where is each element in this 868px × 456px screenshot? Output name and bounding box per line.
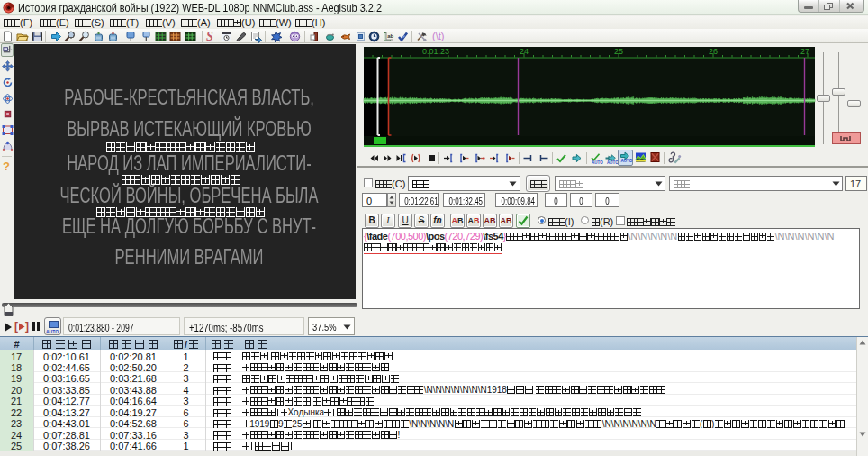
svg-text:AUTO: AUTO (592, 160, 603, 165)
svg-text:25: 25 (614, 47, 623, 56)
svg-text:26: 26 (709, 47, 718, 56)
svg-text:24: 24 (520, 47, 529, 56)
svg-text:27: 27 (800, 47, 809, 56)
svg-text:0:01:23: 0:01:23 (422, 47, 449, 56)
svg-text:AUTO: AUTO (621, 159, 633, 163)
svg-text:ab: ab (387, 33, 393, 39)
